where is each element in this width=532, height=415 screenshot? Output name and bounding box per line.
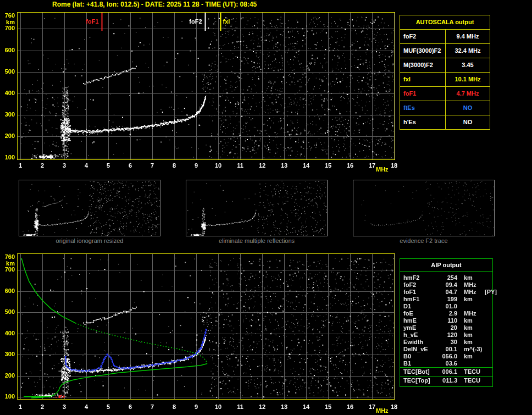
- thumbnail-caption-evidence: evidence F2 trace: [353, 237, 495, 244]
- aip-cell-e: [483, 310, 492, 317]
- aip-cell-n: D1: [400, 303, 435, 310]
- aip-row-hmF1: hmF1199km: [400, 296, 492, 303]
- autoscala-output-table: AUTOSCALA output foF29.4 MHzMUF(3000)F23…: [400, 15, 490, 130]
- aip-table-rows: hmF2254kmfoF209.4MHzfoF104.7MHz[PY]hmF11…: [400, 272, 492, 386]
- aip-cell-u: km: [457, 274, 483, 281]
- autoscala-param-label: foF2: [400, 30, 446, 43]
- autoscala-param-label: ftEs: [400, 101, 446, 115]
- aip-cell-e: [483, 303, 492, 310]
- aip-cell-e: [483, 360, 492, 367]
- autoscala-param-value: NO: [446, 115, 490, 129]
- aip-row-foE: foE2.9MHz: [400, 310, 492, 317]
- aip-row-D1: D101.0: [400, 303, 492, 310]
- aip-row-hmE: hmE110km: [400, 317, 492, 324]
- autoscala-param-label: foF1: [400, 87, 446, 101]
- thumbnail-original-ionogram: [19, 180, 160, 236]
- aip-cell-n: TEC[Top]: [400, 377, 435, 385]
- aip-cell-e: [483, 331, 492, 339]
- aip-cell-n: B1: [400, 360, 435, 367]
- aip-cell-n: foF2: [400, 281, 435, 289]
- aip-cell-u: km: [457, 353, 483, 360]
- aip-cell-v: 03.6: [435, 360, 457, 367]
- aip-cell-n: hmF2: [400, 274, 435, 281]
- aip-row-Ewidth: Ewidth30km: [400, 339, 492, 346]
- aip-cell-v: 04.7: [435, 289, 457, 296]
- aip-cell-u: [457, 360, 483, 367]
- aip-row-hmF2: hmF2254km: [400, 274, 492, 281]
- aip-row-ymE: ymE20km: [400, 324, 492, 331]
- aip-cell-e: [483, 339, 492, 346]
- aip-row-DelN_vE: DelN_vE00.1m^(-3): [400, 346, 492, 353]
- autoscala-param-label: M(3000)F2: [400, 58, 446, 72]
- aip-cell-v: 006.1: [435, 368, 457, 376]
- thumbnail-evidence-f2-trace: [353, 180, 495, 236]
- aip-row-foF1: foF104.7MHz[PY]: [400, 289, 492, 296]
- aip-cell-n: hmF1: [400, 296, 435, 303]
- autoscala-table-rows: foF29.4 MHzMUF(3000)F232.4 MHzM(3000)F23…: [400, 30, 490, 129]
- aip-cell-n: ymE: [400, 324, 435, 331]
- autoscala-row-foF2: foF29.4 MHz: [400, 30, 490, 44]
- autoscala-param-value: 9.4 MHz: [446, 30, 490, 43]
- autoscala-row-ftEs: ftEsNO: [400, 101, 490, 115]
- autoscala-row-MUF(3000)F2: MUF(3000)F232.4 MHz: [400, 44, 490, 58]
- autoscala-table-title: AUTOSCALA output: [400, 15, 490, 30]
- aip-row-B0: B0056.0km: [400, 353, 492, 360]
- autoscala-row-h'Es: h'EsNO: [400, 115, 490, 129]
- aip-cell-v: 00.1: [435, 346, 457, 353]
- aip-cell-v: 2.9: [435, 310, 457, 317]
- aip-output-table: AIP output hmF2254kmfoF209.4MHzfoF104.7M…: [400, 258, 493, 387]
- aip-cell-u: MHz: [457, 310, 483, 317]
- aip-cell-n: foE: [400, 310, 435, 317]
- aip-row-h_vE: h_vE120km: [400, 331, 492, 339]
- autoscala-row-foF1: foF14.7 MHz: [400, 87, 490, 101]
- aip-cell-u: km: [457, 324, 483, 331]
- aip-cell-n: hmE: [400, 317, 435, 324]
- autoscala-param-value: NO: [446, 101, 490, 115]
- aip-cell-n: TEC[Bot]: [400, 368, 435, 376]
- page-title: Rome (lat: +41.8, lon: 012.5) - DATE: 20…: [52, 1, 257, 8]
- aip-cell-v: 056.0: [435, 353, 457, 360]
- aip-cell-e: [483, 368, 492, 376]
- autoscala-row-M(3000)F2: M(3000)F23.45: [400, 58, 490, 73]
- aip-cell-u: km: [457, 296, 483, 303]
- aip-cell-v: 01.0: [435, 303, 457, 310]
- aip-row-TEC[Top]: TEC[Top]011.3TECU: [400, 376, 492, 385]
- thumbnail-caption-eliminate: eliminate multiple reflections: [186, 237, 328, 244]
- aip-cell-e: [483, 281, 492, 289]
- aip-cell-e: [483, 377, 492, 385]
- aip-cell-e: [483, 346, 492, 353]
- aip-cell-u: MHz: [457, 281, 483, 289]
- aip-cell-v: 30: [435, 339, 457, 346]
- autoscala-screen: { "header": {"title": "Rome (lat: +41.8,…: [0, 0, 532, 415]
- profile-ionogram-canvas: [0, 250, 404, 415]
- autoscala-param-value: 3.45: [446, 58, 490, 72]
- aip-cell-e: [483, 296, 492, 303]
- aip-row-B1: B103.6: [400, 360, 492, 367]
- aip-row-TEC[Bot]: TEC[Bot]006.1TECU: [400, 367, 492, 376]
- aip-cell-v: 09.4: [435, 281, 457, 289]
- aip-cell-u: TECU: [457, 377, 483, 385]
- aip-cell-e: [483, 317, 492, 324]
- autoscala-param-value: 32.4 MHz: [446, 44, 490, 58]
- aip-cell-v: 011.3: [435, 377, 457, 385]
- aip-cell-n: DelN_vE: [400, 346, 435, 353]
- aip-cell-v: 199: [435, 296, 457, 303]
- aip-cell-v: 20: [435, 324, 457, 331]
- aip-cell-u: [457, 303, 483, 310]
- aip-cell-e: [483, 324, 492, 331]
- aip-cell-u: TECU: [457, 368, 483, 376]
- aip-cell-u: m^(-3): [457, 346, 483, 353]
- autoscala-param-label: fxI: [400, 73, 446, 86]
- autoscala-param-value: 4.7 MHz: [446, 87, 490, 101]
- aip-cell-n: Ewidth: [400, 339, 435, 346]
- aip-cell-u: km: [457, 339, 483, 346]
- aip-cell-u: km: [457, 317, 483, 324]
- aip-cell-n: foF1: [400, 289, 435, 296]
- autoscala-param-label: MUF(3000)F2: [400, 44, 446, 58]
- aip-cell-v: 110: [435, 317, 457, 324]
- aip-cell-e: [PY]: [483, 289, 497, 296]
- aip-cell-u: MHz: [457, 289, 483, 296]
- aip-cell-v: 120: [435, 331, 457, 339]
- aip-cell-n: B0: [400, 353, 435, 360]
- aip-cell-e: [483, 353, 492, 360]
